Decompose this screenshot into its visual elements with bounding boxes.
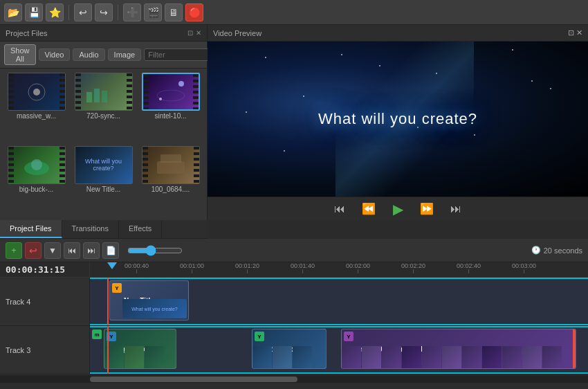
razor-button[interactable]: 📄	[102, 242, 119, 259]
media-grid: massive_w... 720-sync...	[0, 69, 207, 220]
clip-sintel-marker: Y	[344, 332, 356, 341]
duration-icon: 🕐	[531, 246, 541, 255]
minimize-icon[interactable]: ⊡	[187, 29, 193, 37]
undo-button[interactable]: ↩	[74, 3, 92, 21]
ruler-mark-100: 00:01:00	[180, 262, 204, 273]
preview-header-icons: ⊡ ✕	[568, 28, 582, 37]
clip-720sync[interactable]: Y 720-sync.mp4	[252, 329, 327, 369]
ruler-mark-240: 00:02:40	[457, 262, 481, 273]
clip-newtitle[interactable]: Y New Title.svg What will you create?	[109, 280, 189, 320]
go-start-button[interactable]: ⏮	[64, 242, 80, 259]
media-thumb-bigbuck	[8, 146, 66, 184]
video-filter-button[interactable]: Video	[39, 48, 71, 61]
preview-header: Video Preview ⊡ ✕	[208, 25, 588, 42]
clip-bigbuck-thumbs	[104, 346, 176, 368]
close-icon[interactable]: ✕	[196, 29, 201, 37]
svg-rect-4	[102, 91, 107, 102]
clip-sintel[interactable]: Y sintel-1024-surround.mp4	[341, 329, 576, 369]
add-clip-button[interactable]: +	[6, 242, 22, 259]
timeline-ruler: 00:00:31:15 00:00:40 00:01:00	[0, 262, 588, 278]
timeline-area: + ↩ ▼ ⏮ ⏭ 📄 🕐 20 seconds 00:00:31:15	[0, 239, 588, 389]
right-panel: Video Preview ⊡ ✕ W	[208, 25, 588, 220]
media-item-newtitle[interactable]: What will you create? New Title...	[71, 146, 136, 217]
zoom-slider[interactable]	[127, 245, 183, 256]
go-end-button[interactable]: ⏭	[83, 242, 100, 259]
zoom-slider-container	[127, 245, 183, 256]
track-3-content[interactable]: m Y big-buck-	[90, 326, 588, 374]
tab-effects[interactable]: Effects	[119, 220, 162, 238]
green-marker-icon: m	[92, 329, 102, 339]
media-thumb-sintel	[142, 73, 200, 111]
media-thumb-100-0684	[142, 146, 200, 184]
media-item-sintel[interactable]: sintel-10...	[138, 73, 203, 143]
left-panel: Project Files ⊡ ✕ Show All Video Audio I…	[0, 25, 208, 220]
snap-button[interactable]: ▼	[44, 242, 61, 259]
ruler-marks-container: 00:00:40 00:01:00 00:01:20 00:01:40	[90, 262, 588, 277]
video-preview-text: What will you create?	[318, 110, 477, 128]
clip-720sync-thumbs	[252, 346, 326, 368]
timecode-display: 00:00:31:15	[6, 264, 65, 275]
image-filter-button[interactable]: Image	[108, 48, 142, 61]
export-button[interactable]: ⭐	[46, 3, 64, 21]
timeline-toolbar: + ↩ ▼ ⏮ ⏭ 📄 🕐 20 seconds	[0, 239, 588, 262]
record-button[interactable]: 🔴	[185, 3, 203, 21]
tab-transitions[interactable]: Transitions	[62, 220, 119, 238]
track-4-row: Track 4 Y New Title.svg What will you cr…	[0, 278, 588, 326]
show-all-button[interactable]: Show All	[4, 44, 36, 65]
timeline-body: 00:00:31:15 00:00:40 00:01:00	[0, 262, 588, 389]
media-item-100-0684[interactable]: 100_0684....	[138, 146, 203, 217]
film-button[interactable]: 🎬	[144, 3, 162, 21]
forward-end-button[interactable]: ⏭	[445, 199, 466, 219]
media-label-bigbuck: big-buck-...	[19, 186, 53, 193]
sep1	[68, 5, 69, 20]
track-4-content[interactable]: Y New Title.svg What will you create?	[90, 278, 588, 325]
redo-button[interactable]: ↪	[95, 3, 113, 21]
panel-header-icons: ⊡ ✕	[187, 29, 201, 37]
ruler-mark-40: 00:00:40	[125, 262, 149, 273]
clip-marker-yellow: Y	[112, 283, 124, 293]
timeline-scrollbar[interactable]	[0, 374, 588, 383]
svg-rect-3	[94, 89, 100, 102]
audio-filter-button[interactable]: Audio	[73, 48, 104, 61]
yellow-marker-icon: Y	[112, 283, 122, 293]
clip-sintel-thumbs	[342, 346, 576, 368]
green-marker-720: Y	[255, 332, 264, 341]
media-item-massive[interactable]: massive_w...	[4, 73, 68, 143]
track-3-row: Track 3 m Y big-buck-	[0, 326, 588, 374]
fast-forward-button[interactable]: ⏩	[416, 199, 437, 219]
open-button[interactable]: 📂	[4, 3, 22, 21]
start-marker: m	[92, 329, 104, 339]
ruler-mark-300: 00:03:00	[512, 262, 536, 273]
playhead-triangle	[107, 262, 117, 269]
main-toolbar: 📂 💾 ⭐ ↩ ↪ ➕ 🎬 🖥 🔴	[0, 0, 588, 25]
screen-button[interactable]: 🖥	[165, 3, 183, 21]
play-button[interactable]: ▶	[387, 199, 408, 219]
svg-point-9	[31, 159, 42, 170]
add-button[interactable]: ➕	[123, 3, 141, 21]
media-item-bigbuck[interactable]: big-buck-...	[4, 146, 68, 217]
remove-clip-button[interactable]: ↩	[25, 242, 42, 259]
svg-point-7	[157, 90, 185, 101]
timeline-duration: 🕐 20 seconds	[531, 246, 582, 255]
scrollbar-thumb[interactable]	[90, 377, 297, 382]
ruler-mark-200: 00:02:00	[346, 262, 370, 273]
tab-project-files[interactable]: Project Files	[0, 220, 62, 238]
rewind-start-button[interactable]: ⏮	[329, 199, 350, 219]
media-thumb-massive	[8, 73, 66, 111]
track-4-outline-top	[90, 278, 588, 279]
ruler-spacer: 00:00:31:15	[0, 262, 90, 277]
clip-bigbuck[interactable]: Y big-buck-	[104, 329, 176, 369]
sep2	[118, 5, 118, 20]
track-4-outline-bottom	[90, 324, 588, 325]
save-button[interactable]: 💾	[25, 3, 43, 21]
media-label-720sync: 720-sync...	[86, 112, 120, 120]
media-item-720sync[interactable]: 720-sync...	[71, 73, 136, 143]
ruler-mark-220: 00:02:20	[401, 262, 425, 273]
playhead-marker	[107, 262, 117, 269]
rewind-button[interactable]: ⏪	[358, 199, 379, 219]
main-area: Project Files ⊡ ✕ Show All Video Audio I…	[0, 25, 588, 220]
ruler-inner: 00:00:40 00:01:00 00:01:20 00:01:40	[90, 262, 588, 277]
svg-point-6	[159, 98, 162, 100]
filter-bar: Show All Video Audio Image 🔍	[0, 42, 207, 69]
preview-minimize-icon[interactable]: ⊡ ✕	[568, 28, 582, 37]
